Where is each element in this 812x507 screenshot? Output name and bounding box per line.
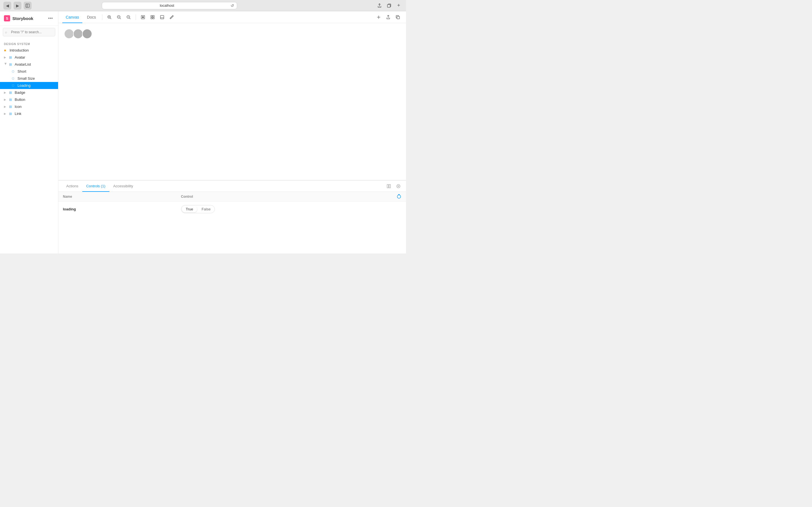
storybook-title: Storybook bbox=[12, 16, 33, 21]
browser-actions: + bbox=[375, 2, 403, 10]
avatar bbox=[82, 29, 92, 39]
svg-rect-14 bbox=[387, 184, 389, 188]
svg-rect-10 bbox=[151, 17, 152, 19]
back-button[interactable]: ◀ bbox=[3, 2, 11, 10]
view-grid-button[interactable] bbox=[148, 13, 157, 21]
sidebar-item-label: Loading bbox=[17, 83, 31, 88]
tab-canvas[interactable]: Canvas bbox=[62, 11, 82, 23]
expand-button[interactable] bbox=[374, 13, 383, 21]
svg-rect-15 bbox=[389, 184, 391, 188]
story-icon: ⬡ bbox=[12, 77, 16, 80]
boolean-toggle[interactable]: True False bbox=[181, 205, 215, 213]
sidebar-item-label: Badge bbox=[15, 91, 26, 95]
control-name: loading bbox=[58, 202, 176, 217]
sidebar-toggle-button[interactable] bbox=[24, 2, 32, 10]
search-icon: ⌕ bbox=[5, 30, 7, 34]
measure-button[interactable] bbox=[167, 13, 176, 21]
search-container: ⌕ bbox=[0, 25, 58, 39]
svg-rect-2 bbox=[388, 4, 390, 7]
tab-docs[interactable]: Docs bbox=[84, 11, 99, 23]
sidebar-item-button[interactable]: ▶ ⊞ Button bbox=[0, 96, 58, 103]
app-container: S Storybook ••• ⌕ DESIGN SYSTEM ■ Introd… bbox=[0, 11, 406, 253]
svg-rect-9 bbox=[153, 15, 154, 17]
svg-rect-13 bbox=[397, 16, 400, 19]
view-panel-button[interactable] bbox=[158, 13, 166, 21]
sidebar-item-label: Small Size bbox=[17, 76, 35, 80]
svg-rect-8 bbox=[151, 15, 152, 17]
copy-button[interactable] bbox=[394, 13, 402, 21]
view-single-button[interactable] bbox=[139, 13, 147, 21]
chevron-right-icon: ▶ bbox=[4, 98, 7, 101]
sidebar-item-short[interactable]: ⬡ Short bbox=[0, 68, 58, 75]
reload-button[interactable]: ↺ bbox=[231, 3, 234, 8]
canvas-preview bbox=[58, 23, 406, 45]
search-input[interactable] bbox=[3, 28, 55, 36]
story-icon: ⬡ bbox=[12, 70, 16, 73]
col-control-header: Control bbox=[176, 192, 406, 202]
sidebar-item-avatar[interactable]: ▶ ⊞ Avatar bbox=[0, 54, 58, 61]
forward-button[interactable]: ▶ bbox=[13, 2, 21, 10]
avatar bbox=[64, 29, 74, 39]
doc-icon: ■ bbox=[4, 48, 8, 52]
sidebar-item-label: Link bbox=[15, 112, 21, 116]
panel-area: Actions Controls (1) Accessibility bbox=[58, 180, 406, 253]
component-icon: ⊞ bbox=[9, 55, 13, 59]
svg-rect-7 bbox=[142, 16, 144, 18]
reset-controls-button[interactable] bbox=[396, 194, 402, 199]
svg-rect-11 bbox=[153, 17, 154, 19]
zoom-reset-button[interactable] bbox=[124, 13, 133, 21]
chevron-right-icon: ▶ bbox=[4, 91, 7, 94]
zoom-in-button[interactable] bbox=[105, 13, 114, 21]
avatar-group bbox=[64, 29, 400, 39]
sidebar: S Storybook ••• ⌕ DESIGN SYSTEM ■ Introd… bbox=[0, 11, 58, 253]
toolbar-right bbox=[374, 13, 402, 21]
story-icon: ⬡ bbox=[12, 84, 16, 87]
chevron-down-icon: ▶ bbox=[4, 63, 7, 66]
new-tab-button[interactable]: + bbox=[395, 2, 403, 10]
sidebar-item-avatarlist[interactable]: ▶ ⊞ AvatarList bbox=[0, 61, 58, 68]
component-icon: ⊞ bbox=[9, 105, 13, 109]
sidebar-item-icon[interactable]: ▶ ⊞ Icon bbox=[0, 103, 58, 110]
browser-chrome: ◀ ▶ localhost ↺ + bbox=[0, 0, 406, 11]
sidebar-nav: DESIGN SYSTEM ■ Introduction ▶ ⊞ Avatar … bbox=[0, 39, 58, 253]
chevron-right-icon: ▶ bbox=[4, 112, 7, 115]
sidebar-item-loading[interactable]: ⬡ Loading bbox=[0, 82, 58, 89]
sidebar-header: S Storybook ••• bbox=[0, 11, 58, 25]
toolbar-separator-2 bbox=[136, 14, 136, 20]
main-content: Canvas Docs bbox=[58, 11, 406, 253]
storybook-logo: S bbox=[4, 15, 10, 21]
panel-close-button[interactable] bbox=[395, 182, 402, 190]
tabs-button[interactable] bbox=[385, 2, 393, 10]
share-canvas-button[interactable] bbox=[384, 13, 393, 21]
tab-actions[interactable]: Actions bbox=[62, 180, 82, 192]
sidebar-item-introduction[interactable]: ■ Introduction bbox=[0, 47, 58, 54]
controls-table: Name Control bbox=[58, 192, 406, 217]
url-display: localhost bbox=[105, 3, 229, 8]
sidebar-item-label: AvatarList bbox=[15, 62, 31, 66]
toolbar-separator bbox=[102, 14, 102, 20]
section-label: DESIGN SYSTEM bbox=[0, 41, 58, 47]
true-button[interactable]: True bbox=[182, 206, 197, 212]
panel-content: Name Control bbox=[58, 192, 406, 253]
sidebar-item-label: Button bbox=[15, 98, 26, 102]
svg-rect-1 bbox=[26, 4, 29, 7]
canvas-area bbox=[58, 23, 406, 180]
tab-accessibility[interactable]: Accessibility bbox=[109, 180, 137, 192]
share-button[interactable] bbox=[375, 2, 384, 10]
search-wrapper: ⌕ bbox=[3, 28, 55, 36]
sidebar-item-label: Introduction bbox=[10, 48, 29, 52]
sidebar-menu-button[interactable]: ••• bbox=[47, 15, 54, 22]
sidebar-item-badge[interactable]: ▶ ⊞ Badge bbox=[0, 89, 58, 96]
sidebar-item-link[interactable]: ▶ ⊞ Link bbox=[0, 110, 58, 117]
table-row: loading True False bbox=[58, 202, 406, 217]
false-button[interactable]: False bbox=[198, 205, 214, 213]
sidebar-item-smallsize[interactable]: ⬡ Small Size bbox=[0, 75, 58, 82]
component-icon: ⊞ bbox=[9, 91, 13, 95]
avatar bbox=[73, 29, 83, 39]
panel-layout-button[interactable] bbox=[385, 182, 393, 190]
tab-controls[interactable]: Controls (1) bbox=[82, 180, 109, 192]
chevron-right-icon: ▶ bbox=[4, 56, 7, 59]
address-bar[interactable]: localhost ↺ bbox=[102, 2, 237, 9]
zoom-out-button[interactable] bbox=[115, 13, 123, 21]
panel-tabs: Actions Controls (1) Accessibility bbox=[58, 180, 406, 192]
